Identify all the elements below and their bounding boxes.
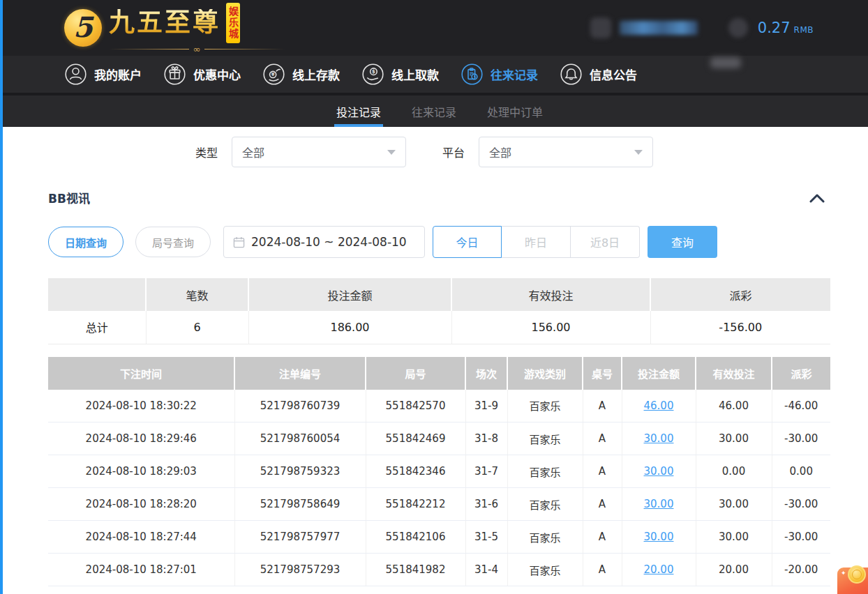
bet-amount-cell: 46.00: [622, 390, 696, 422]
balance-amount: 0.27: [758, 20, 791, 36]
balance-currency: RMB: [794, 25, 814, 35]
summary-header-row: 笔数 投注金额 有效投注 派彩: [48, 278, 830, 311]
date-range-input[interactable]: 2024-08-10 ~ 2024-08-10: [223, 226, 425, 258]
round-number-cell: 551842346: [366, 455, 465, 488]
avatar[interactable]: [590, 17, 611, 38]
summary-total-label: 总计: [48, 311, 146, 344]
round-number-cell: 551842469: [366, 422, 465, 455]
valid-bet-cell: 20.00: [696, 554, 772, 586]
table-number-cell: A: [583, 390, 622, 422]
summary-table: 笔数 投注金额 有效投注 派彩 总计 6 186.00 156.00 -156.…: [48, 278, 830, 344]
game-type-cell: 百家乐: [507, 488, 583, 521]
nav-item-deposit[interactable]: ¥ 线上存款: [262, 63, 340, 86]
nav-label: 优惠中心: [193, 66, 241, 83]
deposit-icon: ¥: [262, 63, 285, 86]
table-number-cell: A: [583, 554, 622, 586]
date-range-value: 2024-08-10 ~ 2024-08-10: [251, 235, 407, 249]
header-table-number: 桌号: [583, 357, 622, 390]
nav-item-my-account[interactable]: 我的账户: [64, 63, 142, 86]
round-number-cell: 551842570: [366, 390, 465, 422]
bet-amount-link[interactable]: 30.00: [644, 465, 674, 478]
bet-records-table: 下注时间 注单编号 局号 场次 游戏类别 桌号 投注金额 有效投注 派彩 202…: [48, 357, 830, 587]
bet-amount-link[interactable]: 46.00: [644, 399, 674, 412]
svg-text:¥: ¥: [271, 72, 275, 77]
gold-coin-icon: [848, 565, 866, 584]
bet-time-cell: 2024-08-10 18:27:44: [48, 521, 234, 554]
tab-transaction-records[interactable]: 往来记录: [412, 96, 456, 127]
nav-label: 线上存款: [292, 66, 340, 83]
summary-total-row: 总计 6 186.00 156.00 -156.00: [48, 311, 830, 344]
game-type-cell: 百家乐: [507, 521, 583, 554]
calendar-icon: [233, 236, 245, 248]
payout-cell: 0.00: [772, 455, 830, 488]
type-filter-label: 类型: [195, 144, 218, 160]
header-game-type: 游戏类别: [507, 357, 583, 390]
table-row: 2024-08-10 18:28:20521798758649551842212…: [48, 488, 830, 521]
table-row: 2024-08-10 18:27:44521798757977551842106…: [48, 521, 830, 554]
table-row: 2024-08-10 18:29:03521798759323551842346…: [48, 455, 830, 488]
valid-bet-cell: 30.00: [696, 422, 772, 455]
last-8-days-button[interactable]: 近8日: [571, 226, 640, 258]
account-area: 0.27 RMB: [590, 17, 814, 38]
table-number-cell: A: [583, 455, 622, 488]
bet-amount-link[interactable]: 30.00: [644, 531, 674, 543]
order-number-cell: 521798759323: [234, 455, 366, 488]
bet-amount-link[interactable]: 30.00: [644, 498, 674, 510]
session-cell: 31-7: [465, 455, 507, 488]
header-bet-amount: 投注金额: [622, 357, 696, 390]
round-query-button[interactable]: 局号查询: [135, 227, 211, 257]
logo-flourish: ∞: [109, 45, 285, 54]
payout-cell: -20.00: [772, 554, 830, 586]
header-round-number: 局号: [366, 357, 465, 390]
table-number-cell: A: [583, 488, 622, 521]
wallet-icon[interactable]: [728, 18, 748, 38]
session-cell: 31-5: [465, 521, 507, 554]
nav-item-transaction-records[interactable]: 往来记录: [461, 63, 538, 86]
bet-amount-link[interactable]: 20.00: [644, 563, 674, 576]
bet-amount-link[interactable]: 30.00: [644, 432, 674, 445]
type-select-value: 全部: [242, 144, 264, 160]
date-query-button[interactable]: 日期查询: [48, 227, 124, 257]
bet-table-body: 2024-08-10 18:30:22521798760739551842570…: [48, 390, 830, 586]
quick-date-group: 今日 昨日 近8日: [433, 226, 640, 258]
summary-header-valid-bet: 有效投注: [451, 278, 650, 311]
tab-bet-records[interactable]: 投注记录: [336, 96, 381, 127]
summary-header-bet-amount: 投注金额: [248, 278, 451, 311]
game-type-cell: 百家乐: [507, 390, 583, 422]
platform-filter-label: 平台: [442, 144, 465, 160]
nav-item-promotions[interactable]: 优惠中心: [163, 63, 241, 86]
summary-header-blank: [48, 278, 146, 311]
nav-label: 我的账户: [94, 66, 142, 83]
nav-label: 往来记录: [491, 66, 538, 83]
topbar: 5 九五至尊 娱乐城 ∞ 0.27 RMB: [0, 0, 868, 56]
platform-select[interactable]: 全部: [479, 137, 653, 167]
today-button[interactable]: 今日: [433, 226, 502, 258]
brand-logo[interactable]: 5 九五至尊 娱乐城 ∞: [64, 3, 285, 54]
section-header: BB视讯: [48, 189, 825, 206]
red-envelope-icon[interactable]: ✦: [837, 568, 868, 594]
round-number-cell: 551842106: [366, 521, 465, 554]
yesterday-button[interactable]: 昨日: [502, 226, 571, 258]
search-button[interactable]: 查询: [648, 226, 717, 258]
nav-item-announcements[interactable]: 信息公告: [560, 63, 637, 86]
gift-icon: [163, 63, 186, 86]
header-payout: 派彩: [772, 357, 830, 390]
session-cell: 31-9: [465, 390, 507, 422]
tab-pending-orders[interactable]: 处理中订单: [487, 96, 543, 127]
payout-cell: -46.00: [772, 390, 830, 422]
collapse-section-button[interactable]: [809, 193, 825, 203]
logo-coin-icon: 5: [64, 9, 102, 47]
type-select[interactable]: 全部: [232, 137, 406, 167]
bell-icon: [560, 63, 583, 86]
filter-row: 类型 全部 平台 全部: [195, 136, 868, 168]
game-type-cell: 百家乐: [507, 455, 583, 488]
nav-label: 线上取款: [391, 66, 439, 83]
bet-amount-cell: 30.00: [622, 455, 696, 488]
blurred-badge: [710, 57, 741, 68]
section-title: BB视讯: [48, 189, 90, 206]
summary-count: 6: [146, 311, 248, 344]
nav-item-withdraw[interactable]: $ 线上取款: [361, 63, 439, 86]
payout-cell: -30.00: [772, 521, 830, 554]
records-icon: [461, 63, 484, 86]
table-header-row: 下注时间 注单编号 局号 场次 游戏类别 桌号 投注金额 有效投注 派彩: [48, 357, 830, 390]
